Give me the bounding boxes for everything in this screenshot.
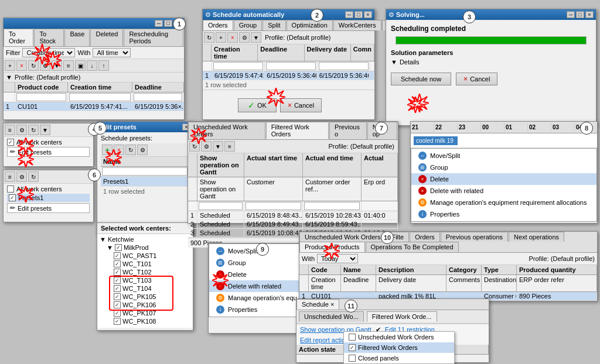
ctx-delete[interactable]: × Delete bbox=[411, 173, 596, 185]
win5-row1[interactable]: Presets1 bbox=[101, 177, 189, 187]
tab-workcenters[interactable]: WorkCenters bbox=[333, 20, 381, 30]
win4-checkbox-all[interactable] bbox=[7, 139, 14, 146]
win11-item-filtered[interactable]: Filtered Work Orders bbox=[344, 342, 454, 353]
win11-unsched-tab[interactable]: Unscheduled Wo... bbox=[299, 311, 364, 322]
wc-past1-check[interactable] bbox=[114, 252, 121, 259]
wc-pk105-check[interactable] bbox=[114, 293, 121, 300]
tab-prev-ops[interactable]: Previous operations bbox=[441, 232, 508, 242]
win2-add[interactable]: + bbox=[216, 32, 226, 43]
tab-next-ops[interactable]: Next operations bbox=[509, 232, 564, 242]
filter-deadline[interactable] bbox=[134, 93, 182, 101]
schedule-now-button[interactable]: Schedule now bbox=[391, 73, 451, 85]
more-btn2[interactable]: ▣ bbox=[75, 60, 86, 71]
win10-with-select[interactable]: Today bbox=[317, 254, 358, 263]
win5-f-name[interactable] bbox=[102, 167, 188, 176]
win4-btn1[interactable]: ≡ bbox=[5, 125, 15, 135]
win11-closed-check[interactable] bbox=[349, 355, 356, 362]
tab-to-order[interactable]: To Order bbox=[4, 29, 33, 46]
tab-unscheduled2[interactable]: Unscheduled Work Orders bbox=[299, 232, 386, 242]
ctx-move-split[interactable]: ↔ Move/Split bbox=[411, 150, 596, 162]
win2-f-creation[interactable] bbox=[213, 62, 263, 70]
win6-btn2[interactable]: ⚙ bbox=[16, 171, 27, 182]
tab-orders2[interactable]: Orders bbox=[410, 232, 440, 242]
win11-filtered-check[interactable] bbox=[349, 344, 356, 351]
settings-btn[interactable]: ⚙ bbox=[40, 60, 50, 71]
win6-btn3[interactable]: ↻ bbox=[28, 171, 39, 182]
tab-orders[interactable]: Orders bbox=[203, 20, 233, 30]
ketchwie-expand[interactable]: ▼ bbox=[100, 236, 106, 243]
milkprod-expand[interactable]: ▼ bbox=[107, 244, 113, 251]
win6-btn1[interactable]: ≡ bbox=[5, 171, 15, 182]
win3-expand-icon[interactable]: ▼ bbox=[391, 59, 397, 66]
ctx-properties[interactable]: i Properties bbox=[411, 208, 596, 220]
win3-minimize[interactable]: ─ bbox=[567, 11, 575, 18]
wc-t102-check[interactable] bbox=[114, 269, 121, 276]
delete-btn[interactable]: × bbox=[16, 60, 27, 71]
tab-previous[interactable]: Previous o bbox=[329, 122, 367, 139]
win6-presets1-row[interactable]: Presets1 bbox=[7, 194, 90, 202]
milkprod-checkbox[interactable] bbox=[115, 244, 122, 251]
win7-f-gantt[interactable] bbox=[199, 202, 243, 210]
filter-select[interactable]: Creation time bbox=[22, 48, 75, 57]
win5-refresh[interactable]: ↻ bbox=[125, 145, 136, 155]
with-select[interactable]: All time bbox=[93, 48, 131, 57]
wc-pk106-check[interactable] bbox=[114, 301, 121, 308]
win7-btn1[interactable]: ↻ bbox=[189, 141, 200, 152]
win2-row1[interactable]: 1 6/15/2019 5:47:41... 6/15/2019 5:36:46… bbox=[203, 71, 374, 80]
wc-t101-check[interactable] bbox=[114, 260, 121, 267]
win2-refresh[interactable]: ↻ bbox=[204, 32, 214, 43]
win3-maximize[interactable]: □ bbox=[576, 11, 584, 18]
filter-creation[interactable] bbox=[69, 93, 131, 101]
gantt-milk-bar[interactable]: cooled milk 19 bbox=[414, 136, 458, 145]
wc-pk107-check[interactable] bbox=[114, 310, 121, 317]
ctx-manage-equip[interactable]: ⚙ Manage operation's equipment requireme… bbox=[411, 197, 596, 208]
win7-row1[interactable]: 1 Scheduled 6/15/2019 8:48:43... 6/15/20… bbox=[188, 211, 398, 220]
win2-f-deadline[interactable] bbox=[266, 62, 316, 70]
win4-btn4[interactable]: ▼ bbox=[40, 125, 50, 135]
ctx-group[interactable]: ⊞ Group bbox=[411, 162, 596, 173]
tab-base[interactable]: Base bbox=[64, 29, 90, 46]
win4-btn2[interactable]: ⚙ bbox=[16, 125, 27, 135]
tab-schedule[interactable]: Schedule × bbox=[296, 299, 339, 310]
win3-cancel-button[interactable]: × Cancel bbox=[456, 73, 497, 85]
win3-close[interactable]: × bbox=[585, 11, 594, 18]
tab-group[interactable]: Group bbox=[234, 20, 262, 30]
wc-pk108-check[interactable] bbox=[114, 318, 121, 325]
refresh-btn[interactable]: ↻ bbox=[28, 60, 39, 71]
tab-ops-complete[interactable]: Operations To Be Completed bbox=[366, 242, 459, 252]
win6-edit-presets[interactable]: ✏ Edit presets bbox=[7, 203, 90, 213]
more-btn4[interactable]: ↑ bbox=[98, 60, 109, 71]
cancel-button[interactable]: × Cancel bbox=[280, 98, 322, 112]
win5-settings[interactable]: ⚙ bbox=[137, 145, 148, 155]
wc-t104-check[interactable] bbox=[114, 285, 121, 292]
win2-settings[interactable]: ⚙ bbox=[239, 32, 250, 43]
win1-minimize[interactable]: ─ bbox=[155, 20, 163, 27]
filter-code[interactable] bbox=[16, 93, 66, 101]
tab-deleted[interactable]: Deleted bbox=[90, 29, 123, 46]
ctx-delete-related[interactable]: × Delete with related bbox=[411, 185, 596, 197]
win2-close[interactable]: × bbox=[364, 11, 372, 18]
win11-item-unscheduled[interactable]: Unscheduled Work Orders bbox=[344, 332, 454, 342]
win11-filtered-tab[interactable]: Filtered Work Orde... bbox=[367, 311, 437, 322]
win4-btn3[interactable]: ↻ bbox=[28, 125, 39, 135]
win2-filter[interactable]: ▼ bbox=[251, 32, 261, 43]
filter-btn[interactable]: ▼ bbox=[52, 60, 62, 71]
win1-maximize[interactable]: □ bbox=[164, 20, 172, 27]
tab-filtered[interactable]: Filtered Work Orders bbox=[266, 122, 329, 139]
win2-del[interactable]: × bbox=[227, 32, 238, 43]
win7-btn2[interactable]: ⚙ bbox=[201, 141, 212, 152]
edit-presets-btn[interactable]: ✏ Edit presets bbox=[7, 147, 90, 157]
win1-row-1[interactable]: 1 CU101 6/15/2019 5:47:41... 6/15/2019 5… bbox=[4, 102, 184, 111]
win2-minimize[interactable]: ─ bbox=[345, 11, 353, 18]
more-btn3[interactable]: ↓ bbox=[87, 60, 97, 71]
win5-del[interactable]: × bbox=[114, 145, 124, 155]
win7-btn4[interactable]: ≡ bbox=[224, 141, 235, 152]
win5-add[interactable]: + bbox=[102, 145, 112, 155]
more-btn1[interactable]: ≡ bbox=[63, 60, 74, 71]
tab-unscheduled[interactable]: Unscheduled Work Orders bbox=[188, 122, 265, 139]
tab-rescheduling[interactable]: Rescheduling Periods bbox=[124, 29, 183, 46]
tab-split[interactable]: Split bbox=[262, 20, 285, 30]
win6-checkbox-all[interactable] bbox=[7, 186, 14, 193]
win11-unscheduled-check[interactable] bbox=[349, 334, 356, 341]
win11-item-closed[interactable]: Closed panels bbox=[344, 353, 454, 363]
